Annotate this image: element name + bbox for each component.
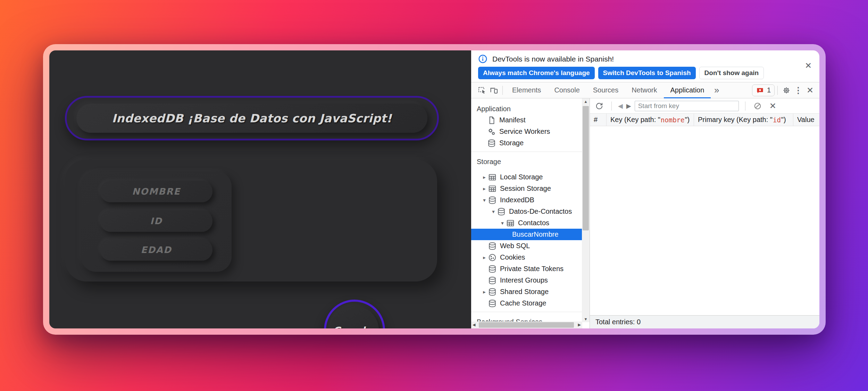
devtools-language-notification: DevTools is now available in Spanish! Al… — [471, 50, 819, 82]
item-label: Shared Storage — [500, 288, 549, 296]
item-label: Private State Tokens — [500, 265, 564, 273]
item-label: BuscarNombre — [512, 230, 558, 238]
devtools-close-icon[interactable] — [804, 84, 816, 96]
kebab-menu-icon[interactable] — [792, 84, 804, 96]
sidebar-item-manifest[interactable]: Manifest — [471, 114, 582, 126]
item-label: IndexedDB — [500, 196, 534, 204]
sidebar-item-interest-groups[interactable]: Interest Groups — [471, 275, 582, 286]
dont-show-again-button[interactable]: Don't show again — [699, 67, 764, 79]
store-statusbar: Total entries: 0 — [590, 315, 819, 328]
database-icon — [497, 207, 506, 216]
section-header-application: Application — [471, 103, 582, 114]
application-sidebar: Application Manifest Service Workers — [471, 98, 590, 328]
sidebar-item-cookies[interactable]: Cookies — [471, 252, 582, 263]
sidebar-item-service-workers[interactable]: Service Workers — [471, 126, 582, 137]
total-entries-label: Total entries: 0 — [595, 318, 641, 326]
disclosure-open-icon[interactable] — [499, 220, 506, 226]
disclosure-closed-icon[interactable] — [481, 254, 488, 261]
tab-console[interactable]: Console — [548, 82, 586, 98]
page-title-inner: IndexedDB ¡Base de Datos con JavaScript! — [76, 104, 427, 133]
column-header-value[interactable]: Value — [793, 114, 819, 126]
always-match-language-button[interactable]: Always match Chrome's language — [478, 67, 595, 79]
notification-message: DevTools is now available in Spanish! — [492, 55, 614, 63]
scroll-right-icon[interactable] — [578, 323, 581, 327]
sidebar-horizontal-scrollbar[interactable] — [471, 321, 582, 328]
tab-network[interactable]: Network — [625, 82, 663, 98]
start-from-key-input[interactable] — [635, 101, 739, 111]
database-icon — [488, 242, 497, 251]
guardar-button[interactable]: Guardar — [324, 300, 385, 328]
sidebar-item-shared-storage[interactable]: Shared Storage — [471, 286, 582, 298]
disclosure-closed-icon[interactable] — [481, 289, 488, 295]
object-store-panel: # Key (Key path: "nombre") Primary key (… — [590, 98, 819, 328]
vertical-scroll-thumb[interactable] — [583, 106, 589, 230]
page-title-container: IndexedDB ¡Base de Datos con JavaScript! — [65, 96, 439, 140]
column-header-key[interactable]: Key (Key path: "nombre") — [607, 114, 694, 126]
disclosure-open-icon[interactable] — [490, 209, 497, 215]
item-label: Datos-De-Contactos — [509, 207, 572, 215]
form-fields-group: NOMBRE ID EDAD — [81, 171, 232, 272]
next-page-icon[interactable] — [626, 102, 631, 110]
page-title: IndexedDB ¡Base de Datos con JavaScript! — [112, 112, 392, 125]
sidebar-vertical-scrollbar[interactable] — [582, 98, 590, 322]
tab-elements[interactable]: Elements — [506, 82, 548, 98]
id-label: ID — [150, 216, 162, 226]
cookie-icon — [488, 253, 497, 262]
sidebar-item-cache-storage[interactable]: Cache Storage — [471, 298, 582, 309]
scroll-up-icon[interactable] — [582, 99, 590, 104]
disclosure-open-icon[interactable] — [481, 197, 488, 203]
item-label: Web SQL — [500, 242, 530, 250]
desktop-background: IndexedDB ¡Base de Datos con JavaScript!… — [0, 0, 868, 391]
datagrid-body-empty[interactable] — [590, 126, 819, 315]
item-label: Manifest — [499, 116, 526, 124]
sidebar-item-session-storage[interactable]: Session Storage — [471, 183, 582, 194]
tabbar-divider — [502, 86, 503, 95]
switch-to-spanish-button[interactable]: Switch DevTools to Spanish — [598, 67, 696, 79]
item-label: Contactos — [518, 219, 549, 227]
web-page: IndexedDB ¡Base de Datos con JavaScript!… — [49, 50, 471, 328]
sidebar-item-storage[interactable]: Storage — [471, 137, 582, 149]
nombre-input[interactable]: NOMBRE — [100, 181, 212, 202]
refresh-icon[interactable] — [593, 100, 605, 112]
section-header-storage: Storage — [471, 156, 582, 167]
sidebar-divider — [471, 152, 582, 152]
sidebar-divider — [471, 312, 582, 312]
item-label: Cookies — [500, 253, 525, 261]
toolbar-divider-2 — [745, 101, 745, 111]
devtools-tabbar: Elements Console Sources Network Applica… — [471, 82, 819, 98]
sidebar-item-buscarnombre-selected[interactable]: BuscarNombre — [471, 229, 582, 240]
scroll-down-icon[interactable] — [582, 317, 590, 321]
delete-selected-icon[interactable] — [767, 100, 779, 112]
pk-path-value: id — [773, 116, 781, 124]
contact-form-panel: NOMBRE ID EDAD Guardar — [65, 160, 437, 282]
info-icon — [478, 54, 487, 64]
column-header-primary-key[interactable]: Primary key (Key path: "id") — [694, 114, 793, 126]
settings-gear-icon[interactable] — [781, 84, 792, 96]
sidebar-item-indexeddb[interactable]: IndexedDB — [471, 194, 582, 206]
issues-badge[interactable]: 1 — [752, 84, 775, 96]
previous-page-icon[interactable] — [618, 102, 623, 110]
horizontal-scroll-thumb[interactable] — [479, 322, 574, 328]
column-header-number[interactable]: # — [590, 114, 607, 126]
disclosure-closed-icon[interactable] — [481, 174, 488, 180]
disclosure-closed-icon[interactable] — [481, 186, 488, 192]
sidebar-item-datos-de-contactos[interactable]: Datos-De-Contactos — [471, 206, 582, 217]
scroll-left-icon[interactable] — [473, 323, 475, 327]
more-tabs-icon[interactable] — [711, 84, 723, 96]
database-icon — [487, 139, 496, 148]
edad-label: EDAD — [141, 245, 172, 255]
sidebar-item-private-state-tokens[interactable]: Private State Tokens — [471, 263, 582, 275]
sidebar-item-contactos[interactable]: Contactos — [471, 217, 582, 229]
inspect-element-icon[interactable] — [476, 84, 488, 96]
id-input[interactable]: ID — [100, 210, 212, 232]
edad-input[interactable]: EDAD — [100, 239, 212, 261]
tab-application[interactable]: Application — [664, 82, 711, 98]
device-toolbar-icon[interactable] — [488, 84, 500, 96]
file-icon — [487, 116, 496, 125]
tabbar-divider-2 — [777, 86, 778, 95]
notification-close-icon[interactable] — [805, 61, 812, 70]
sidebar-item-web-sql[interactable]: Web SQL — [471, 240, 582, 252]
sidebar-item-local-storage[interactable]: Local Storage — [471, 171, 582, 183]
clear-object-store-icon[interactable] — [752, 100, 763, 112]
tab-sources[interactable]: Sources — [586, 82, 625, 98]
